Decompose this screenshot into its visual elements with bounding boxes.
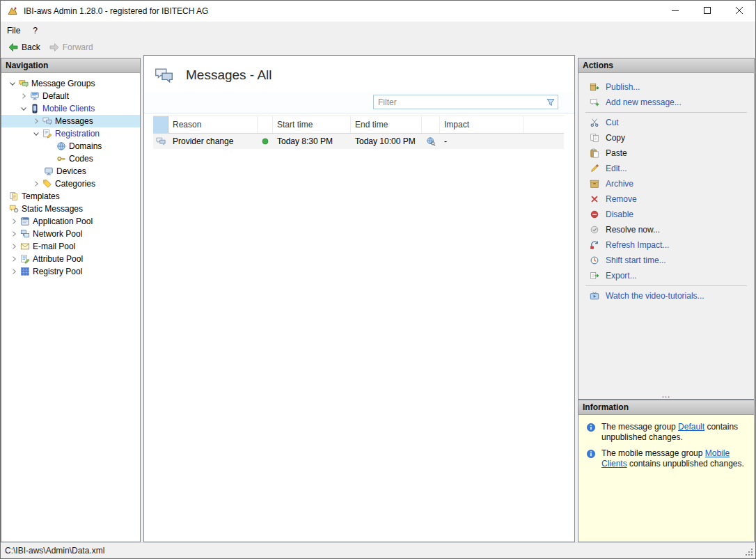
- tree-item-categories[interactable]: Categories: [1, 178, 140, 190]
- tree-item-messages[interactable]: Messages: [1, 115, 140, 127]
- action-copy[interactable]: Copy: [578, 130, 754, 145]
- forward-label: Forward: [63, 42, 93, 52]
- link-default[interactable]: Default: [678, 422, 704, 432]
- action-remove[interactable]: Remove: [578, 191, 754, 207]
- menu-item-help[interactable]: ?: [26, 22, 44, 39]
- cell-status: [258, 134, 273, 149]
- chevron-right-icon[interactable]: [31, 178, 42, 189]
- messages-table: ReasonStart timeEnd timeImpact Provider …: [153, 116, 564, 149]
- tree-item-label: Devices: [54, 166, 86, 176]
- actions-panel: Actions Publish...Add new message...CutC…: [578, 58, 755, 400]
- action-add-new-message[interactable]: Add new message...: [578, 95, 754, 110]
- menu-item-file[interactable]: File: [1, 22, 26, 39]
- action-paste[interactable]: Paste: [578, 145, 754, 161]
- action-label: Resolve now...: [606, 225, 660, 235]
- tree-item-attribute-pool[interactable]: Attribute Pool: [1, 253, 140, 265]
- back-icon: [8, 42, 19, 53]
- tree-item-templates[interactable]: Templates: [1, 190, 140, 203]
- column-header-impact[interactable]: Impact: [440, 116, 523, 133]
- resolve-icon: [589, 224, 600, 235]
- action-archive[interactable]: Archive: [578, 176, 754, 191]
- chevron-right-icon[interactable]: [8, 266, 19, 277]
- chevron-down-icon[interactable]: [7, 78, 18, 89]
- cell-text: Provider change: [173, 136, 233, 146]
- column-label: End time: [355, 120, 388, 129]
- action-edit[interactable]: Edit...: [578, 161, 754, 176]
- cell-text: -: [444, 136, 447, 146]
- maximize-button[interactable]: [691, 1, 723, 22]
- video-tutorials-icon: [589, 290, 600, 301]
- tree-item-label: Default: [40, 91, 69, 101]
- tree-item-label: Attribute Pool: [31, 254, 83, 264]
- forward-button[interactable]: Forward: [45, 40, 97, 54]
- resize-grip[interactable]: [744, 547, 754, 557]
- column-header-row_icon[interactable]: [153, 116, 168, 133]
- minimize-icon: [672, 6, 679, 16]
- tree-item-network-pool[interactable]: Network Pool: [1, 228, 140, 240]
- tree-item-message-groups[interactable]: Message Groups: [1, 77, 140, 90]
- actions-overflow-indicator[interactable]: …: [578, 391, 754, 398]
- action-refresh-impact[interactable]: Refresh Impact...: [578, 237, 754, 253]
- edit-icon: [589, 163, 600, 174]
- close-button[interactable]: [723, 1, 755, 22]
- tree-item-codes[interactable]: Codes: [1, 152, 140, 165]
- chevron-down-icon[interactable]: [31, 128, 42, 139]
- tree-item-application-pool[interactable]: Application Pool: [1, 215, 140, 228]
- action-publish[interactable]: Publish...: [578, 79, 754, 95]
- info-item: The mobile message group Mobile Clients …: [585, 448, 748, 469]
- tree-item-devices[interactable]: Devices: [1, 165, 140, 178]
- publish-icon: [589, 81, 600, 93]
- action-disable[interactable]: Disable: [578, 207, 754, 222]
- navigation-tree: Message GroupsDefaultMobile ClientsMessa…: [1, 73, 140, 278]
- forward-icon: [49, 42, 60, 53]
- static-messages-icon: [8, 203, 19, 214]
- cell-text: Today 10:00 PM: [355, 136, 416, 146]
- main-panel: Messages - All ReasonStart timeEnd timeI…: [143, 55, 575, 542]
- menubar: File?: [1, 22, 755, 39]
- window-controls: [659, 1, 755, 22]
- impact-globe-icon: [425, 136, 436, 147]
- tree-item-static-messages[interactable]: Static Messages: [1, 203, 140, 215]
- filter-input[interactable]: [374, 97, 544, 107]
- chevron-down-icon[interactable]: [18, 103, 29, 114]
- chevron-right-icon[interactable]: [8, 241, 19, 252]
- cell-start: Today 8:30 PM: [273, 134, 351, 149]
- application-pool-icon: [19, 216, 31, 227]
- tree-item-default[interactable]: Default: [1, 90, 140, 102]
- cell-row_icon: [153, 134, 168, 149]
- chevron-right-icon[interactable]: [8, 216, 19, 227]
- tree-item-registry-pool[interactable]: Registry Pool: [1, 265, 140, 278]
- column-header-status[interactable]: [258, 116, 273, 133]
- tree-item-mobile-clients[interactable]: Mobile Clients: [1, 102, 140, 115]
- chevron-right-icon[interactable]: [8, 228, 19, 239]
- column-header-end[interactable]: End time: [351, 116, 422, 133]
- column-label: Reason: [173, 120, 201, 129]
- table-row[interactable]: Provider changeToday 8:30 PMToday 10:00 …: [153, 134, 564, 149]
- tree-item-e-mail-pool[interactable]: E-mail Pool: [1, 240, 140, 253]
- back-button[interactable]: Back: [3, 40, 45, 54]
- column-header-start[interactable]: Start time: [273, 116, 351, 133]
- active-dot: [260, 136, 271, 147]
- tree-item-domains[interactable]: Domains: [1, 140, 140, 152]
- info-text: The message group Default contains unpub…: [601, 422, 748, 443]
- filter-icon[interactable]: [544, 97, 558, 108]
- chevron-right-icon[interactable]: [18, 90, 29, 102]
- codes-icon: [56, 153, 67, 164]
- tree-item-registration[interactable]: Registration: [1, 127, 140, 140]
- chevron-right-icon[interactable]: [8, 253, 19, 265]
- action-shift-start-time[interactable]: Shift start time...: [578, 253, 754, 268]
- action-resolve-now[interactable]: Resolve now...: [578, 222, 754, 237]
- chevron-right-icon[interactable]: [31, 116, 42, 127]
- minimize-button[interactable]: [659, 1, 691, 22]
- column-header-impact_icon[interactable]: [422, 116, 440, 133]
- add-message-icon: [589, 97, 600, 108]
- action-label: Shift start time...: [606, 255, 666, 265]
- action-export[interactable]: Export...: [578, 268, 754, 283]
- remove-icon: [589, 194, 600, 205]
- table-body: Provider changeToday 8:30 PMToday 10:00 …: [153, 134, 564, 149]
- cell-filler: [523, 134, 564, 149]
- column-header-reason[interactable]: Reason: [168, 116, 258, 133]
- action-cut[interactable]: Cut: [578, 115, 754, 130]
- action-watch-the-video-tutorials[interactable]: Watch the video-tutorials...: [578, 288, 754, 304]
- tree-item-label: Codes: [67, 154, 93, 164]
